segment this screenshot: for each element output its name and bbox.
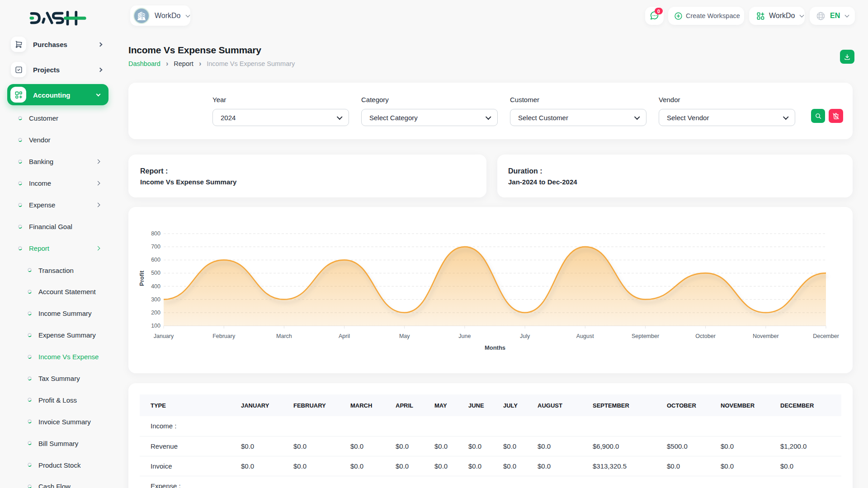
svg-text:November: November xyxy=(753,333,779,339)
svg-text:Profit: Profit xyxy=(138,270,145,286)
svg-text:March: March xyxy=(276,333,292,339)
svg-text:December: December xyxy=(813,333,839,339)
svg-text:400: 400 xyxy=(151,283,160,290)
svg-text:500: 500 xyxy=(151,270,160,276)
svg-text:August: August xyxy=(576,333,594,339)
svg-text:January: January xyxy=(154,333,174,339)
svg-text:September: September xyxy=(632,333,659,339)
svg-text:May: May xyxy=(399,333,410,339)
svg-text:July: July xyxy=(520,333,530,339)
svg-text:300: 300 xyxy=(151,296,160,303)
svg-text:600: 600 xyxy=(151,257,160,263)
svg-text:June: June xyxy=(458,333,471,339)
svg-text:100: 100 xyxy=(151,323,160,329)
svg-text:February: February xyxy=(212,333,236,339)
svg-text:Months: Months xyxy=(485,344,505,351)
svg-text:200: 200 xyxy=(151,310,160,316)
svg-text:April: April xyxy=(339,333,350,339)
svg-text:700: 700 xyxy=(151,244,160,250)
svg-text:October: October xyxy=(695,333,715,339)
svg-text:800: 800 xyxy=(151,230,160,237)
